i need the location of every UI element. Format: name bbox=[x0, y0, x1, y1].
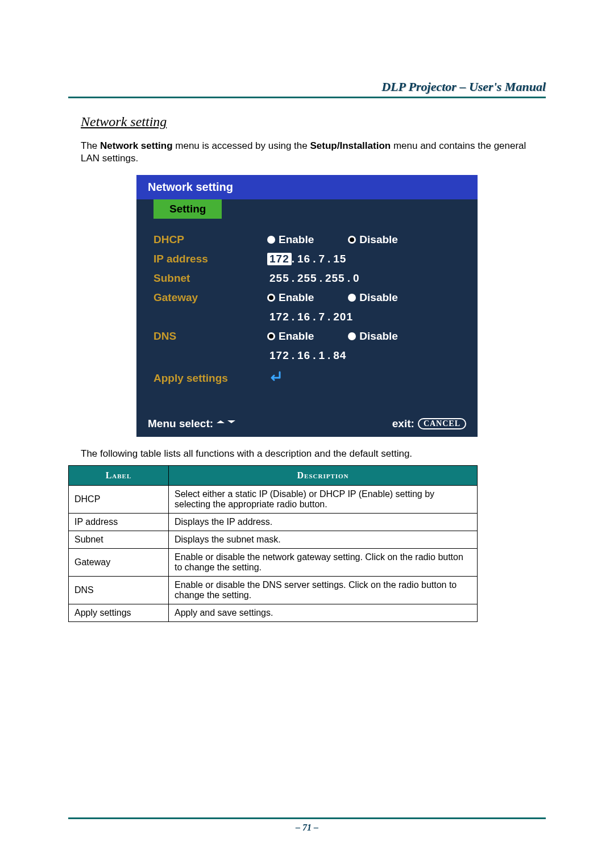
th-label: Label bbox=[69, 466, 169, 486]
cell-label: DHCP bbox=[69, 486, 169, 514]
dhcp-enable-radio[interactable]: Enable bbox=[267, 233, 314, 246]
radio-dot-icon bbox=[348, 332, 356, 340]
osd-row-dns: DNS Enable Disable bbox=[154, 327, 460, 346]
dns-octet-0[interactable]: 172 bbox=[267, 349, 292, 362]
osd-label-gateway: Gateway bbox=[154, 291, 267, 304]
radio-label: Enable bbox=[279, 233, 314, 246]
cell-label: Apply settings bbox=[69, 604, 169, 622]
osd-vals-dns: Enable Disable bbox=[267, 330, 460, 343]
header-rule bbox=[68, 97, 546, 98]
intro-bold-1: Network setting bbox=[100, 140, 173, 151]
gateway-disable-radio[interactable]: Disable bbox=[348, 291, 398, 304]
table-row: IP address Displays the IP address. bbox=[69, 514, 478, 531]
exit-label: exit: bbox=[392, 418, 414, 430]
osd-row-dhcp: DHCP Enable Disable bbox=[154, 230, 460, 249]
cancel-button[interactable]: CANCEL bbox=[418, 418, 466, 429]
footer-menu-select: Menu select: bbox=[148, 418, 235, 430]
enter-icon bbox=[267, 371, 282, 386]
section-heading: Network setting bbox=[81, 114, 546, 130]
osd-row-gateway: Gateway Enable Disable bbox=[154, 288, 460, 307]
cell-label: DNS bbox=[69, 577, 169, 604]
apply-settings-button[interactable] bbox=[267, 371, 460, 386]
intro-text: menu is accessed by using the bbox=[173, 140, 310, 151]
osd-row-apply: Apply settings bbox=[154, 369, 460, 388]
table-row: Subnet Displays the subnet mask. bbox=[69, 531, 478, 549]
osd-label-ip: IP address bbox=[154, 253, 267, 265]
osd-tab-setting[interactable]: Setting bbox=[154, 199, 222, 219]
page: DLP Projector – User's Manual Network se… bbox=[0, 0, 614, 868]
radio-label: Disable bbox=[359, 291, 398, 304]
osd-row-dns-ip: 172 . 16 . 1 . 84 bbox=[154, 346, 460, 365]
th-description: Description bbox=[169, 466, 478, 486]
doc-header-title: DLP Projector – User's Manual bbox=[68, 80, 546, 94]
table-row: DNS Enable or disable the DNS server set… bbox=[69, 577, 478, 604]
osd-vals-dhcp: Enable Disable bbox=[267, 233, 460, 246]
cell-desc: Displays the IP address. bbox=[169, 514, 478, 531]
dhcp-disable-radio[interactable]: Disable bbox=[348, 233, 398, 246]
radio-label: Disable bbox=[359, 330, 398, 343]
gateway-octet-1[interactable]: 16 bbox=[295, 311, 313, 323]
dns-octet-1[interactable]: 16 bbox=[295, 349, 313, 362]
gateway-octet-3[interactable]: 201 bbox=[331, 311, 355, 323]
ip-octet-3[interactable]: 15 bbox=[331, 253, 349, 265]
subnet-octet-2[interactable]: 255 bbox=[323, 272, 347, 285]
intro-text: The bbox=[81, 140, 100, 151]
intro-paragraph: The Network setting menu is accessed by … bbox=[81, 140, 546, 165]
dns-octet-3[interactable]: 84 bbox=[331, 349, 349, 362]
subnet-octet-1[interactable]: 255 bbox=[295, 272, 320, 285]
dns-ip-field[interactable]: 172 . 16 . 1 . 84 bbox=[267, 349, 460, 362]
osd-label-dhcp: DHCP bbox=[154, 233, 267, 246]
osd-row-subnet: Subnet 255 . 255 . 255 . 0 bbox=[154, 269, 460, 288]
radio-dot-selected-icon bbox=[267, 294, 275, 302]
ip-octet-2[interactable]: 7 bbox=[316, 253, 327, 265]
cell-desc: Apply and save settings. bbox=[169, 604, 478, 622]
osd-panel: Network setting Setting DHCP Enable Disa… bbox=[136, 175, 478, 437]
gateway-ip-field[interactable]: 172 . 16 . 7 . 201 bbox=[267, 311, 460, 323]
ip-octet-1[interactable]: 16 bbox=[295, 253, 313, 265]
svg-marker-1 bbox=[227, 420, 235, 423]
osd-row-gateway-ip: 172 . 16 . 7 . 201 bbox=[154, 307, 460, 327]
table-caption: The following table lists all functions … bbox=[81, 448, 546, 460]
page-number: – 71 – bbox=[0, 823, 614, 833]
radio-dot-icon bbox=[348, 294, 356, 302]
svg-marker-0 bbox=[217, 420, 225, 423]
osd-tab-spacer bbox=[136, 199, 154, 219]
radio-label: Enable bbox=[279, 291, 314, 304]
radio-label: Disable bbox=[359, 233, 398, 246]
gateway-enable-radio[interactable]: Enable bbox=[267, 291, 314, 304]
osd-label-subnet: Subnet bbox=[154, 272, 267, 285]
table-row: DHCP Select either a static IP (Disable)… bbox=[69, 486, 478, 514]
osd-footer: Menu select: exit: CANCEL bbox=[136, 413, 478, 437]
radio-dot-selected-icon bbox=[348, 236, 356, 244]
table-row: Gateway Enable or disable the network ga… bbox=[69, 549, 478, 577]
cell-label: IP address bbox=[69, 514, 169, 531]
dns-disable-radio[interactable]: Disable bbox=[348, 330, 398, 343]
cell-desc: Displays the subnet mask. bbox=[169, 531, 478, 549]
dns-octet-2[interactable]: 1 bbox=[316, 349, 327, 362]
subnet-field[interactable]: 255 . 255 . 255 . 0 bbox=[267, 272, 460, 285]
menu-select-label: Menu select: bbox=[148, 418, 213, 430]
footer-exit: exit: CANCEL bbox=[392, 418, 466, 430]
subnet-octet-3[interactable]: 0 bbox=[351, 272, 362, 285]
up-down-arrow-icon bbox=[217, 418, 235, 430]
radio-dot-icon bbox=[267, 236, 275, 244]
osd-label-apply: Apply settings bbox=[154, 372, 267, 385]
subnet-octet-0[interactable]: 255 bbox=[267, 272, 292, 285]
cell-label: Gateway bbox=[69, 549, 169, 577]
gateway-octet-2[interactable]: 7 bbox=[316, 311, 327, 323]
osd-title: Network setting bbox=[136, 175, 478, 199]
ip-octet-0[interactable]: 172 bbox=[267, 253, 292, 265]
table-row: Apply settings Apply and save settings. bbox=[69, 604, 478, 622]
osd-label-dns: DNS bbox=[154, 330, 267, 343]
cell-desc: Select either a static IP (Disable) or D… bbox=[169, 486, 478, 514]
footer-rule bbox=[68, 817, 546, 819]
cell-desc: Enable or disable the network gateway se… bbox=[169, 549, 478, 577]
cell-label: Subnet bbox=[69, 531, 169, 549]
osd-tab-row: Setting bbox=[136, 199, 478, 219]
ip-address-field[interactable]: 172 . 16 . 7 . 15 bbox=[267, 253, 460, 265]
description-table: Label Description DHCP Select either a s… bbox=[68, 465, 478, 622]
cell-desc: Enable or disable the DNS server setting… bbox=[169, 577, 478, 604]
radio-label: Enable bbox=[279, 330, 314, 343]
dns-enable-radio[interactable]: Enable bbox=[267, 330, 314, 343]
gateway-octet-0[interactable]: 172 bbox=[267, 311, 292, 323]
